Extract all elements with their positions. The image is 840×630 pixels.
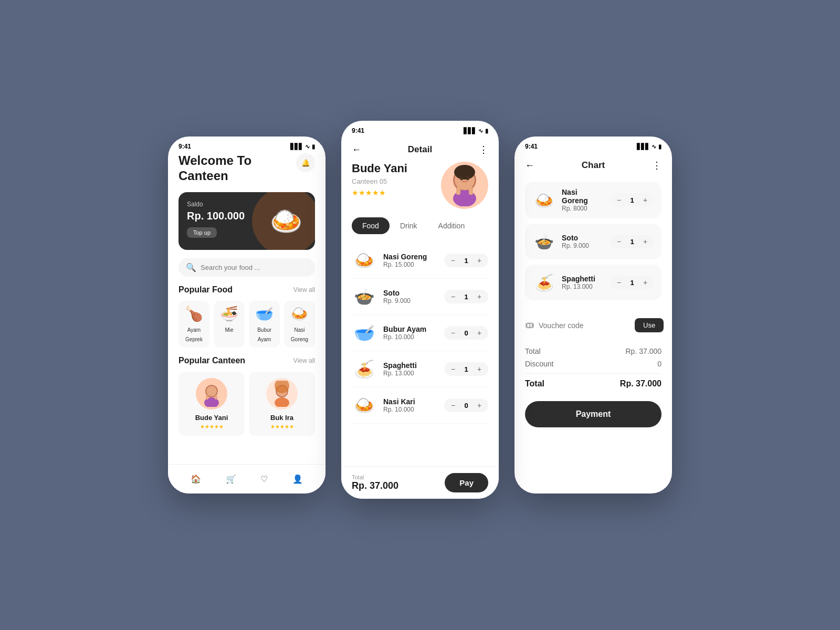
pay-button[interactable]: Pay [445, 473, 488, 492]
view-all-canteen[interactable]: View all [293, 357, 315, 364]
voucher-input[interactable] [539, 321, 631, 330]
topup-button[interactable]: Top up [187, 227, 217, 238]
qty-plus-0[interactable]: + [475, 256, 484, 265]
canteen-avatar-0 [196, 378, 227, 410]
phones-container: 9:41 ▋▋▋ ∿ ▮ Welcome ToCanteen 🔔 Saldo R… [168, 131, 672, 499]
total-label: Total [525, 347, 541, 355]
food-list-item-1: 🍲 Soto Rp. 9.000 − 1 + [352, 279, 488, 315]
pay-total-section: Total Rp. 37.000 [352, 474, 398, 491]
battery-icon-left: ▮ [312, 143, 315, 150]
chart-item-name-0: Nasi Goreng [562, 188, 604, 205]
payment-button[interactable]: Payment [525, 401, 662, 427]
canteen-card-0[interactable]: Bude Yani ★★★★★ [178, 372, 245, 436]
canteen-grid: Bude Yani ★★★★★ Buk Ira ★★★★★ [178, 372, 315, 436]
search-bar[interactable]: 🔍 [178, 258, 315, 277]
nav-favorites[interactable]: ♡ [257, 471, 271, 487]
chart-qty-plus-2[interactable]: + [640, 278, 650, 287]
welcome-header: Welcome ToCanteen 🔔 [178, 153, 315, 184]
discount-value: 0 [657, 360, 662, 368]
grand-total-value: Rp. 37.000 [620, 379, 662, 388]
food-item-0[interactable]: 🍗 Ayam Geprek [178, 301, 209, 348]
pay-total-amount: Rp. 37.000 [352, 480, 398, 491]
food-emoji-0: 🍗 [183, 305, 205, 322]
back-button-center[interactable]: ← [352, 144, 361, 155]
chart-qty-plus-0[interactable]: + [640, 195, 650, 205]
vendor-section: Bude Yani Canteen 05 ★★★★★ [341, 162, 499, 217]
chart-item-price-0: Rp. 8000 [562, 205, 604, 212]
food-item-3[interactable]: 🍛 Nasi Goreng [284, 301, 315, 348]
food-list-info-2: Bubur Ayam Rp. 10.000 [383, 325, 438, 341]
tab-drink[interactable]: Drink [390, 217, 428, 234]
qty-minus-4[interactable]: − [448, 401, 458, 410]
totals-section: Total Rp. 37.000 Discount 0 Total Rp. 37… [514, 339, 672, 401]
chart-item-emoji-2: 🍝 [532, 271, 555, 294]
qty-control-2: − 0 + [444, 326, 488, 340]
detail-title: Detail [408, 144, 432, 155]
search-input[interactable] [201, 264, 308, 271]
food-emoji-2: 🥣 [253, 305, 276, 322]
view-all-food[interactable]: View all [293, 286, 315, 293]
search-icon: 🔍 [186, 262, 196, 272]
food-item-1[interactable]: 🍜 Mie [214, 301, 245, 348]
food-name-1: Mie [225, 327, 233, 333]
bell-button[interactable]: 🔔 [296, 153, 315, 172]
qty-minus-3[interactable]: − [448, 364, 458, 374]
battery-icon-right: ▮ [658, 143, 662, 150]
food-item-2[interactable]: 🥣 Bubur Ayam [249, 301, 280, 348]
food-name-2: Bubur Ayam [257, 327, 271, 342]
qty-minus-0[interactable]: − [448, 256, 458, 265]
chart-item-emoji-1: 🍲 [532, 230, 555, 253]
qty-minus-1[interactable]: − [448, 292, 458, 301]
qty-plus-3[interactable]: + [475, 364, 484, 374]
chart-qty-minus-0[interactable]: − [614, 195, 624, 205]
menu-button-right[interactable]: ⋮ [652, 160, 662, 171]
qty-plus-2[interactable]: + [475, 328, 484, 338]
chart-qty-minus-1[interactable]: − [614, 237, 624, 246]
food-name-0: Ayam Geprek [185, 327, 203, 342]
back-button-right[interactable]: ← [525, 160, 534, 171]
chart-qty-plus-1[interactable]: + [640, 237, 650, 246]
nav-cart[interactable]: 🛒 [223, 471, 239, 487]
svg-rect-18 [458, 176, 463, 178]
chart-qty-minus-2[interactable]: − [614, 278, 624, 287]
vendor-stars: ★★★★★ [352, 188, 433, 197]
svg-rect-3 [206, 395, 208, 400]
food-list-emoji-1: 🍲 [352, 284, 377, 309]
popular-canteen-header: Popular Canteen View all [178, 356, 315, 365]
signal-icon-center: ▋▋▋ [464, 128, 476, 134]
food-emoji-3: 🍛 [288, 305, 311, 322]
pay-bar: Total Rp. 37.000 Pay [341, 466, 499, 499]
canteen-name-1: Buk Ira [255, 414, 309, 422]
chart-qty-control-2: − 1 + [610, 276, 654, 289]
divider [525, 373, 662, 374]
grand-total-label: Total [525, 379, 544, 388]
nav-home[interactable]: 🏠 [187, 471, 204, 487]
popular-food-header: Popular Food View all [178, 285, 315, 295]
chart-item-emoji-0: 🍛 [532, 188, 555, 212]
tab-food[interactable]: Food [352, 217, 390, 234]
nav-profile[interactable]: 👤 [289, 471, 306, 487]
wifi-icon-left: ∿ [305, 143, 310, 150]
chart-item-info-0: Nasi Goreng Rp. 8000 [562, 188, 604, 212]
tab-bar: Food Drink Addition [341, 217, 499, 243]
svg-point-2 [206, 386, 217, 396]
qty-plus-1[interactable]: + [475, 292, 484, 301]
popular-food-title: Popular Food [178, 285, 233, 295]
food-list-info-0: Nasi Goreng Rp. 15.000 [383, 253, 438, 268]
qty-plus-4[interactable]: + [475, 401, 484, 410]
chart-item-name-1: Soto [562, 234, 604, 242]
use-button[interactable]: Use [635, 318, 664, 332]
food-grid: 🍗 Ayam Geprek 🍜 Mie 🥣 Bubur Ayam 🍛 Nasi … [178, 301, 315, 348]
canteen-card-1[interactable]: Buk Ira ★★★★★ [249, 372, 315, 436]
qty-minus-2[interactable]: − [448, 328, 458, 338]
tab-addition[interactable]: Addition [428, 217, 476, 234]
chart-item-0: 🍛 Nasi Goreng Rp. 8000 − 1 + [525, 182, 662, 218]
menu-button-center[interactable]: ⋮ [479, 144, 488, 155]
canteen-stars-1: ★★★★★ [255, 424, 309, 429]
phone-left: 9:41 ▋▋▋ ∿ ▮ Welcome ToCanteen 🔔 Saldo R… [168, 136, 326, 494]
voucher-row: 🎟 Use [514, 312, 672, 339]
chart-qty-control-1: − 1 + [610, 235, 654, 248]
food-list-price-1: Rp. 9.000 [383, 297, 438, 304]
chart-item-name-2: Spaghetti [562, 275, 604, 283]
svg-rect-4 [215, 395, 217, 400]
